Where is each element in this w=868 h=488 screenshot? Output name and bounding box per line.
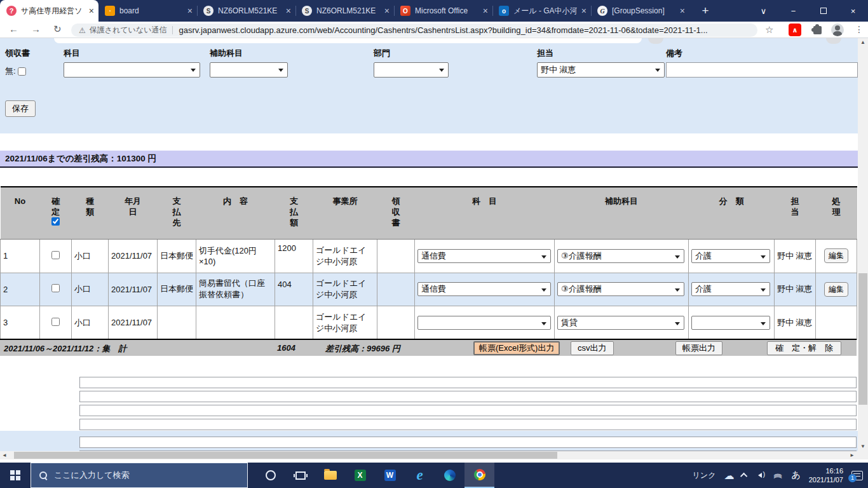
- receipt-none-label: 無:: [5, 65, 16, 77]
- row-sub-subject-select[interactable]: 賃貸: [557, 316, 684, 330]
- subject-select[interactable]: [64, 62, 200, 78]
- staff-select[interactable]: 野中 淑恵: [537, 62, 665, 78]
- not-secure-warning-icon[interactable]: ⚠: [79, 26, 86, 35]
- start-button[interactable]: [0, 463, 31, 488]
- tab-office[interactable]: O Microsoft Office ×: [394, 0, 492, 22]
- scroll-down-arrow-icon[interactable]: ▼: [858, 442, 868, 451]
- url-text[interactable]: gasrv.japanwest.cloudapp.azure.com/web/A…: [179, 25, 707, 35]
- task-view-button[interactable]: [285, 463, 315, 488]
- excel-export-button[interactable]: 帳票(Excel形式)出力: [473, 341, 560, 355]
- csv-export-button[interactable]: csv出力: [571, 341, 614, 355]
- confirm-release-button[interactable]: 確 定・解 除: [767, 341, 841, 355]
- usage-input-3[interactable]: [79, 405, 857, 416]
- cell-amount: 404: [275, 273, 313, 306]
- usage-input-1[interactable]: [79, 377, 857, 388]
- tab-mail[interactable]: o メール - GA中小河 ×: [492, 0, 591, 22]
- adobe-pdf-extension-icon[interactable]: ∧: [789, 24, 801, 36]
- tab-board[interactable]: ▪ board ×: [98, 0, 197, 22]
- browser-menu-icon[interactable]: ⋮: [855, 24, 864, 34]
- tab-close-icon[interactable]: ×: [581, 6, 587, 16]
- row-confirm-checkbox[interactable]: [51, 251, 60, 259]
- tab-close-icon[interactable]: ×: [384, 6, 390, 16]
- file-explorer-button[interactable]: [315, 463, 345, 488]
- cortana-button[interactable]: [255, 463, 285, 488]
- vertical-scrollbar[interactable]: ▲ ▼: [858, 38, 868, 459]
- chrome-button-active[interactable]: [465, 463, 494, 488]
- new-tab-button[interactable]: +: [696, 1, 715, 20]
- tab-close-icon[interactable]: ×: [89, 6, 94, 16]
- department-label: 部門: [374, 48, 390, 59]
- sub-subject-select[interactable]: [210, 62, 288, 78]
- tab-nz6orlm-2[interactable]: S NZ6ORLM521KE ×: [295, 0, 394, 22]
- department-select[interactable]: [374, 62, 449, 78]
- summary-total: 1604: [277, 343, 295, 353]
- row-category-select[interactable]: 介護: [691, 249, 770, 263]
- confirm-all-checkbox[interactable]: [51, 217, 60, 226]
- bookmark-star-icon[interactable]: ☆: [765, 24, 773, 36]
- profile-avatar[interactable]: [831, 24, 844, 36]
- save-button[interactable]: 保存: [5, 100, 36, 117]
- row-sub-subject-select[interactable]: ③介護報酬: [557, 282, 684, 296]
- row-sub-subject-select[interactable]: ③介護報酬: [557, 249, 684, 263]
- tab-close-icon[interactable]: ×: [680, 6, 685, 16]
- close-window-button[interactable]: ×: [838, 0, 868, 22]
- usage-input-4[interactable]: [79, 419, 857, 430]
- ime-mode-indicator[interactable]: あ: [791, 470, 800, 481]
- cell-receipt: [377, 273, 415, 306]
- tab-active-keiei[interactable]: ? サ高住専用経営ソ ×: [0, 0, 98, 22]
- reload-icon[interactable]: ↻: [53, 24, 62, 35]
- maximize-button[interactable]: [808, 0, 838, 22]
- row-confirm-checkbox[interactable]: [51, 284, 60, 292]
- report-export-button[interactable]: 帳票出力: [675, 341, 722, 355]
- network-signal-icon[interactable]: (((: [774, 471, 783, 480]
- row-category-select[interactable]: 介護: [691, 282, 770, 296]
- onedrive-cloud-icon[interactable]: ☁: [724, 470, 734, 482]
- tab-close-icon[interactable]: ×: [483, 6, 488, 16]
- taskbar-search-box[interactable]: ここに入力して検索: [31, 463, 248, 488]
- tab-nz6orlm-1[interactable]: S NZ6ORLM521KE ×: [197, 0, 295, 22]
- cell-office: ゴールドエイジ中小河原: [313, 239, 377, 273]
- word-button[interactable]: W: [375, 463, 405, 488]
- horizontal-scroll-thumb[interactable]: [14, 452, 557, 459]
- speaker-icon[interactable]: [756, 471, 766, 479]
- tab-search-chevron-icon[interactable]: ∨: [749, 0, 778, 22]
- notifications-button[interactable]: 1: [851, 471, 863, 480]
- staff-label: 担当: [537, 48, 553, 59]
- horizontal-scrollbar[interactable]: ◄ ►: [0, 451, 858, 459]
- header-staff: 担 当: [775, 196, 816, 217]
- row-category-select[interactable]: [691, 316, 770, 330]
- edit-button[interactable]: 編集: [824, 282, 848, 297]
- row-subject-select[interactable]: 通信費: [417, 249, 551, 263]
- office-favicon: O: [400, 6, 410, 16]
- minimize-button[interactable]: −: [778, 0, 808, 22]
- tab-close-icon[interactable]: ×: [286, 6, 291, 16]
- cortana-icon: [266, 470, 276, 480]
- address-bar[interactable]: ⚠ 保護されていない通信 gasrv.japanwest.cloudapp.az…: [71, 24, 757, 37]
- vertical-scroll-thumb[interactable]: [858, 273, 867, 405]
- usage-input-5[interactable]: [79, 437, 857, 448]
- scroll-right-arrow-icon[interactable]: ►: [848, 451, 857, 459]
- edit-button[interactable]: 編集: [824, 248, 848, 263]
- receipt-none-checkbox[interactable]: [18, 67, 26, 76]
- cell-office: ゴールドエイジ中小河原: [313, 273, 377, 306]
- internet-explorer-button[interactable]: e: [405, 463, 435, 488]
- note-input[interactable]: [666, 62, 858, 78]
- tab-title: NZ6ORLM521KE: [316, 6, 380, 15]
- row-confirm-checkbox[interactable]: [51, 318, 60, 326]
- tab-close-icon[interactable]: ×: [187, 6, 193, 16]
- usage-input-2[interactable]: [79, 391, 857, 402]
- tab-groupsession[interactable]: G [GroupSession] ×: [591, 0, 689, 22]
- scroll-left-arrow-icon[interactable]: ◄: [0, 451, 9, 459]
- row-subject-select[interactable]: 通信費: [417, 282, 551, 296]
- edge-button[interactable]: [435, 463, 465, 488]
- row-subject-select[interactable]: [417, 316, 551, 330]
- taskbar-clock[interactable]: 16:16 2021/11/07: [809, 466, 843, 484]
- link-toolbar-label[interactable]: リンク: [693, 470, 716, 481]
- excel-button[interactable]: X: [345, 463, 375, 488]
- forward-icon[interactable]: →: [31, 24, 41, 34]
- scroll-up-arrow-icon[interactable]: ▲: [858, 38, 868, 47]
- hidden-icons-chevron-icon[interactable]: [740, 473, 747, 480]
- back-icon[interactable]: ←: [9, 24, 18, 34]
- extensions-puzzle-icon[interactable]: [813, 26, 822, 34]
- edge-icon: [444, 470, 456, 481]
